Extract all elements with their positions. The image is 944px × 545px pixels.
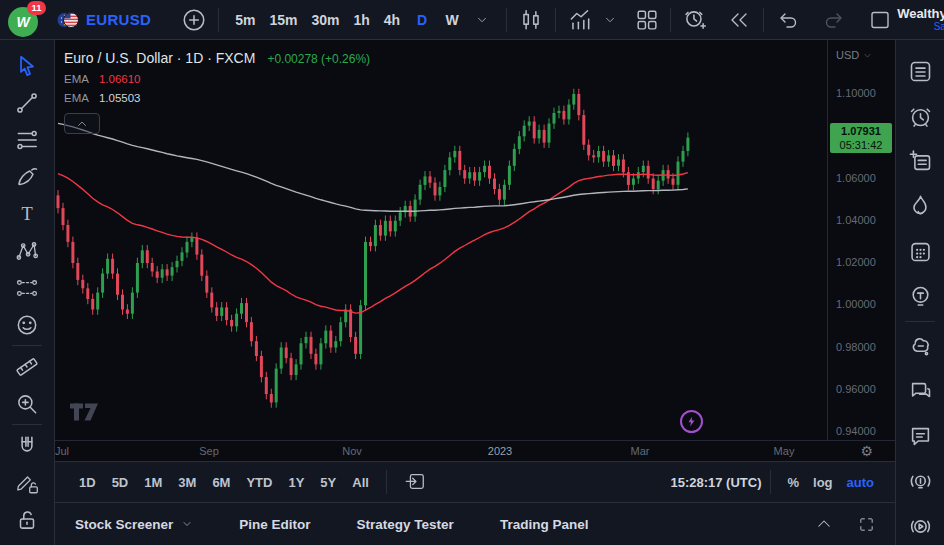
- bar-replay-button[interactable]: [724, 5, 754, 35]
- range-3m-button[interactable]: 3M: [170, 471, 204, 494]
- range-1y-button[interactable]: 1Y: [280, 471, 312, 494]
- timeframe-1w-button[interactable]: W: [437, 5, 467, 35]
- toolbar-separator: [670, 8, 671, 32]
- top-toolbar: W 11: [0, 0, 944, 40]
- cursor-tool-button[interactable]: [8, 47, 46, 84]
- range-5y-button[interactable]: 5Y: [312, 471, 344, 494]
- tab-pine-editor[interactable]: Pine Editor: [239, 517, 310, 532]
- play-broadcast-icon: [907, 513, 934, 540]
- price-tick: 1.02000: [836, 256, 876, 268]
- price-axis[interactable]: USD 1.100001.060001.040001.020001.000000…: [827, 40, 895, 440]
- public-chat-button[interactable]: [900, 369, 940, 414]
- price-tick: 1.10000: [836, 87, 876, 99]
- tab-strategy-tester[interactable]: Strategy Tester: [357, 517, 454, 532]
- range-all-button[interactable]: All: [344, 471, 377, 494]
- tab-trading-panel[interactable]: Trading Panel: [500, 517, 589, 532]
- watchlist-button[interactable]: [900, 49, 940, 94]
- ema-legend-row[interactable]: EMA 1.06610: [64, 73, 370, 85]
- redo-button[interactable]: [819, 5, 849, 35]
- chevron-down-icon: [181, 518, 193, 530]
- indicators-button[interactable]: [565, 5, 595, 35]
- ema-legend-row[interactable]: EMA 1.05503: [64, 92, 370, 104]
- timeframe-menu-button[interactable]: [467, 5, 497, 35]
- chart-style-button[interactable]: [516, 5, 546, 35]
- stay-drawing-mode-button[interactable]: [8, 464, 46, 501]
- percent-scale-button[interactable]: %: [780, 471, 806, 494]
- trend-line-tool-button[interactable]: [8, 84, 46, 121]
- zoom-in-tool-button[interactable]: [8, 385, 46, 422]
- tab-stock-screener[interactable]: Stock Screener: [75, 517, 193, 532]
- time-tick: Sep: [199, 445, 219, 457]
- instant-trading-button[interactable]: [680, 410, 703, 433]
- save-layout-link[interactable]: Save: [934, 21, 944, 32]
- lock-all-drawings-button[interactable]: [8, 501, 46, 538]
- ema-label: EMA: [64, 73, 89, 85]
- select-layout-button[interactable]: [865, 5, 895, 35]
- calendar-button[interactable]: [900, 229, 940, 274]
- price-axis-currency[interactable]: USD: [836, 49, 872, 61]
- timeframe-1h-button[interactable]: 1h: [346, 5, 376, 35]
- log-scale-button[interactable]: log: [806, 471, 840, 494]
- range-1d-button[interactable]: 1D: [71, 471, 104, 494]
- text-tool-button[interactable]: T: [8, 195, 46, 232]
- watchlist-icon: [907, 58, 934, 85]
- fullscreen-icon: [858, 516, 875, 533]
- brush-tool-button[interactable]: [8, 158, 46, 195]
- ideas-button[interactable]: [900, 274, 940, 319]
- chat-bubbles-icon: [907, 378, 934, 405]
- lightbulb-icon: [907, 283, 934, 310]
- time-axis[interactable]: JulSepNov2023MarMay ⚙: [55, 440, 895, 461]
- timeframe-1d-button[interactable]: D: [407, 5, 437, 35]
- last-price-value: 1.07931: [830, 124, 892, 138]
- measure-tool-button[interactable]: [8, 348, 46, 385]
- layout-name-button[interactable]: Wealthy Educ... Save: [897, 7, 944, 32]
- legend-collapse-button[interactable]: [64, 113, 100, 134]
- range-ytd-button[interactable]: YTD: [238, 471, 280, 494]
- timeframe-5m-button[interactable]: 5m: [228, 5, 262, 35]
- alerts-button[interactable]: [900, 94, 940, 139]
- bar-close-countdown: 05:31:42: [830, 138, 892, 152]
- go-to-date-button[interactable]: [396, 466, 434, 499]
- undo-button[interactable]: [773, 5, 803, 35]
- pattern-tool-button[interactable]: [8, 232, 46, 269]
- minds-button[interactable]: [900, 324, 940, 369]
- emoji-tool-button[interactable]: [8, 306, 46, 343]
- chart-settings-gear-icon[interactable]: ⚙: [860, 443, 873, 459]
- redo-arrow-icon: [822, 8, 846, 32]
- toolbar-separator: [763, 8, 764, 32]
- expand-panel-button[interactable]: [809, 515, 839, 533]
- symbol-title[interactable]: Euro / U.S. Dollar · 1D · FXCM: [64, 50, 255, 66]
- indicators-menu-button[interactable]: [595, 5, 625, 35]
- chevron-down-icon: [475, 13, 489, 27]
- range-5d-button[interactable]: 5D: [104, 471, 137, 494]
- user-menu-button[interactable]: W 11: [8, 3, 42, 37]
- fullscreen-panel-button[interactable]: [851, 516, 881, 533]
- magnet-mode-button[interactable]: [8, 427, 46, 464]
- session-clock[interactable]: 15:28:17 (UTC): [670, 475, 761, 490]
- toolbar-separator: [12, 345, 42, 346]
- toolbar-separator: [218, 8, 219, 32]
- ema-label: EMA: [64, 92, 89, 104]
- private-chat-button[interactable]: [900, 414, 940, 459]
- chart-pane[interactable]: Euro / U.S. Dollar · 1D · FXCM +0.00278 …: [55, 40, 895, 461]
- timeframe-30m-button[interactable]: 30m: [304, 5, 346, 35]
- streams-button[interactable]: [900, 504, 940, 545]
- tradingview-app: W 11: [0, 0, 944, 545]
- layout-grid-button[interactable]: [631, 5, 661, 35]
- hotlists-button[interactable]: [900, 184, 940, 229]
- layout-name: Wealthy Educ...: [897, 7, 944, 21]
- compare-add-symbol-button[interactable]: [179, 5, 209, 35]
- timeframe-15m-button[interactable]: 15m: [262, 5, 304, 35]
- live-ideas-button[interactable]: [900, 459, 940, 504]
- fib-retracement-tool-button[interactable]: [8, 121, 46, 158]
- forecast-tool-button[interactable]: [8, 269, 46, 306]
- notes-button[interactable]: [900, 139, 940, 184]
- create-alert-button[interactable]: [680, 5, 710, 35]
- range-6m-button[interactable]: 6M: [204, 471, 238, 494]
- auto-scale-button[interactable]: auto: [840, 471, 881, 494]
- chevron-up-icon: [76, 118, 88, 130]
- tradingview-logo[interactable]: [70, 403, 102, 423]
- range-1m-button[interactable]: 1M: [136, 471, 170, 494]
- timeframe-4h-button[interactable]: 4h: [377, 5, 407, 35]
- symbol-search-button[interactable]: EURUSD: [56, 9, 151, 31]
